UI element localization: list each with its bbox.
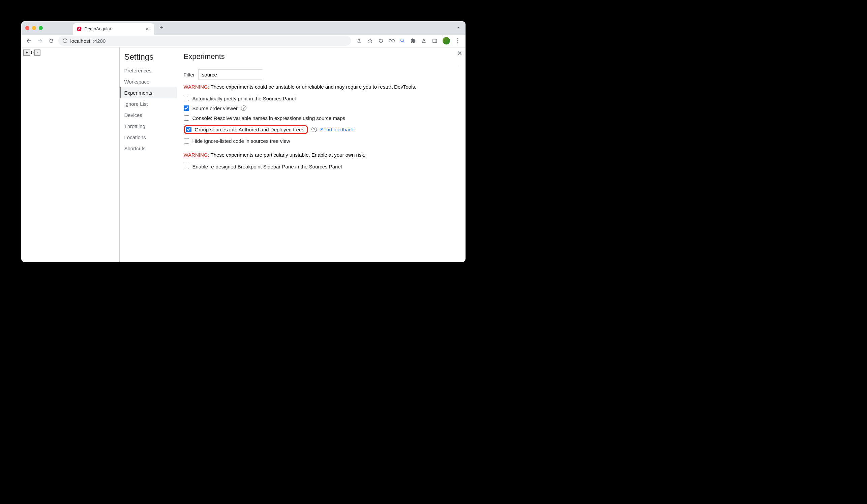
decrement-button[interactable]: - <box>34 50 41 56</box>
help-icon[interactable]: ? <box>311 127 317 132</box>
exp-console-resolve: Console: Resolve variable names in expre… <box>184 113 459 123</box>
exp-breakpoint-sidebar: Enable re-designed Breakpoint Sidebar Pa… <box>184 162 459 172</box>
back-button[interactable] <box>24 36 33 45</box>
svg-rect-9 <box>433 39 437 42</box>
browser-window: DemoAngular ✕ + localhost:4200 <box>21 21 465 262</box>
tab-bar: DemoAngular ✕ + <box>21 21 465 35</box>
content-area: + 0 - Settings Preferences Workspace Exp… <box>21 47 465 262</box>
exp-console-resolve-label: Console: Resolve variable names in expre… <box>192 115 345 121</box>
exp-source-order-label: Source order viewer <box>192 106 238 111</box>
sidepanel-icon[interactable] <box>432 38 438 44</box>
tabs-dropdown-icon[interactable] <box>456 25 461 30</box>
svg-point-11 <box>457 38 458 39</box>
svg-rect-2 <box>65 41 65 42</box>
page-viewport: + 0 - <box>21 47 120 262</box>
labs-flask-icon[interactable] <box>421 38 427 44</box>
extension-search-icon[interactable] <box>399 38 406 44</box>
nav-ignore-list[interactable]: Ignore List <box>125 98 177 109</box>
window-controls <box>25 26 43 30</box>
warning-text: These experiments could be unstable or u… <box>209 84 416 90</box>
exp-hide-ignore-checkbox[interactable] <box>184 138 189 143</box>
svg-point-5 <box>381 41 382 42</box>
nav-shortcuts[interactable]: Shortcuts <box>125 143 177 154</box>
tab-title: DemoAngular <box>85 26 111 31</box>
warning-top: WARNING: These experiments could be unst… <box>184 84 459 90</box>
settings-sidebar: Settings Preferences Workspace Experimen… <box>120 47 177 262</box>
share-icon[interactable] <box>356 38 362 44</box>
nav-throttling[interactable]: Throttling <box>125 121 177 132</box>
help-icon[interactable]: ? <box>241 106 246 111</box>
extensions-puzzle-icon[interactable] <box>410 38 416 44</box>
exp-console-resolve-checkbox[interactable] <box>184 115 189 121</box>
toolbar-icons <box>356 37 461 44</box>
svg-point-7 <box>392 40 394 42</box>
bookmark-star-icon[interactable] <box>367 38 373 44</box>
exp-group-sources-label: Group sources into Authored and Deployed… <box>195 127 304 132</box>
url-bar[interactable]: localhost:4200 <box>58 36 351 46</box>
new-tab-button[interactable]: + <box>157 23 166 33</box>
exp-pretty-print: Automatically pretty print in the Source… <box>184 94 459 103</box>
reload-button[interactable] <box>47 36 56 45</box>
extension-glasses-icon[interactable] <box>389 38 395 44</box>
exp-source-order-checkbox[interactable] <box>184 106 189 111</box>
filter-label: Filter <box>184 72 195 77</box>
menu-dots-icon[interactable] <box>455 38 461 44</box>
warning-label: WARNING: <box>184 152 209 158</box>
warning-label: WARNING: <box>184 84 209 90</box>
increment-button[interactable]: + <box>23 50 31 56</box>
exp-breakpoint-sidebar-label: Enable re-designed Breakpoint Sidebar Pa… <box>192 164 342 169</box>
warning-bottom: WARNING: These experiments are particula… <box>184 152 459 158</box>
close-window-button[interactable] <box>25 26 29 30</box>
exp-breakpoint-sidebar-checkbox[interactable] <box>184 164 189 169</box>
site-info-icon[interactable] <box>62 38 68 43</box>
svg-point-12 <box>457 40 458 41</box>
highlight-annotation: Group sources into Authored and Deployed… <box>184 125 308 134</box>
angular-icon <box>76 26 82 32</box>
close-settings-icon[interactable]: ✕ <box>457 50 462 57</box>
exp-group-sources-checkbox[interactable] <box>186 127 192 132</box>
svg-point-13 <box>457 42 458 43</box>
maximize-window-button[interactable] <box>39 26 43 30</box>
filter-row: Filter <box>184 69 459 80</box>
nav-workspace[interactable]: Workspace <box>125 76 177 87</box>
nav-experiments[interactable]: Experiments <box>120 87 177 98</box>
close-tab-icon[interactable]: ✕ <box>144 25 151 32</box>
svg-point-1 <box>65 40 65 41</box>
svg-point-8 <box>400 39 403 42</box>
browser-tab[interactable]: DemoAngular ✕ <box>73 23 154 35</box>
incognito-icon[interactable] <box>378 38 384 44</box>
nav-devices[interactable]: Devices <box>125 109 177 121</box>
exp-hide-ignore-label: Hide ignore-listed code in sources tree … <box>192 138 290 144</box>
minimize-window-button[interactable] <box>32 26 36 30</box>
profile-avatar[interactable] <box>442 37 450 44</box>
panel-title: Experiments <box>184 52 459 61</box>
nav-preferences[interactable]: Preferences <box>125 65 177 76</box>
filter-input[interactable] <box>198 69 262 80</box>
address-bar: localhost:4200 <box>21 35 465 47</box>
svg-point-6 <box>389 40 392 42</box>
settings-title: Settings <box>125 52 177 62</box>
send-feedback-link[interactable]: Send feedback <box>320 127 354 132</box>
experiments-panel: ✕ Experiments Filter WARNING: These expe… <box>177 47 465 262</box>
exp-hide-ignore: Hide ignore-listed code in sources tree … <box>184 136 459 146</box>
svg-point-4 <box>380 41 381 42</box>
exp-pretty-print-checkbox[interactable] <box>184 96 189 101</box>
forward-button[interactable] <box>35 36 45 45</box>
exp-pretty-print-label: Automatically pretty print in the Source… <box>192 96 296 101</box>
exp-group-sources: Group sources into Authored and Deployed… <box>184 123 459 136</box>
counter-widget: + 0 - <box>23 50 117 56</box>
settings-nav: Preferences Workspace Experiments Ignore… <box>125 65 177 154</box>
url-port: :4200 <box>93 38 106 44</box>
url-host: localhost <box>71 38 90 44</box>
counter-value: 0 <box>31 50 34 55</box>
warning-text: These experiments are particularly unsta… <box>209 152 365 158</box>
divider <box>184 66 459 66</box>
exp-source-order: Source order viewer ? <box>184 103 459 113</box>
nav-locations[interactable]: Locations <box>125 132 177 143</box>
